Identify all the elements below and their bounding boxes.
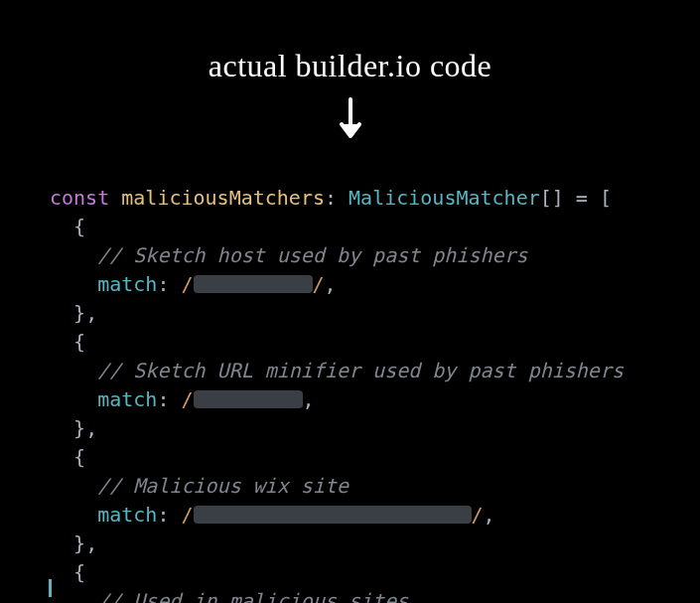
code-line: // Used in malicious sites <box>50 587 624 603</box>
code-line: }, <box>50 299 624 328</box>
code-line: }, <box>50 529 624 558</box>
comment: // Sketch URL minifier used by past phis… <box>97 359 624 382</box>
code-block: const maliciousMatchers: MaliciousMatche… <box>50 184 624 603</box>
close-brace: }, <box>73 301 97 325</box>
redacted-content <box>194 390 303 408</box>
annotation-area: actual builder.io code <box>0 48 700 140</box>
open-array: [ <box>600 186 612 210</box>
open-brace: { <box>73 215 85 238</box>
regex-slash: / <box>472 503 484 527</box>
redacted-content <box>194 506 472 524</box>
type-brackets: [] <box>540 186 564 210</box>
code-line: { <box>50 558 624 587</box>
regex-slash: / <box>181 503 193 527</box>
down-arrow-icon <box>0 96 700 140</box>
text-cursor <box>49 579 52 597</box>
prop-match: match <box>97 503 157 527</box>
code-line: // Sketch host used by past phishers <box>50 241 624 270</box>
prop-match: match <box>97 387 157 411</box>
code-line: { <box>50 213 624 241</box>
comment: // Used in malicious sites <box>97 589 408 603</box>
regex-slash: / <box>313 272 325 296</box>
regex-slash: / <box>181 272 193 296</box>
code-line-decl: const maliciousMatchers: MaliciousMatche… <box>50 184 624 213</box>
regex-slash: / <box>181 387 193 411</box>
code-line: }, <box>50 414 624 443</box>
equals: = <box>576 186 588 210</box>
colon: : <box>325 186 337 210</box>
code-line: { <box>50 328 624 357</box>
variable-name: maliciousMatchers <box>121 186 325 210</box>
close-brace: }, <box>73 531 97 555</box>
keyword-const: const <box>50 186 109 210</box>
code-line: match: //, <box>50 270 624 299</box>
close-brace: }, <box>73 416 97 440</box>
prop-match: match <box>97 272 157 296</box>
code-line: // Malicious wix site <box>50 472 624 501</box>
comment: // Malicious wix site <box>97 474 349 498</box>
comment: // Sketch host used by past phishers <box>97 243 527 267</box>
code-line: match: //, <box>50 501 624 529</box>
open-brace: { <box>73 330 85 354</box>
code-line: match: /, <box>50 385 624 414</box>
open-brace: { <box>73 560 85 584</box>
code-line: { <box>50 443 624 472</box>
type-name: MaliciousMatcher <box>349 186 540 210</box>
code-line: // Sketch URL minifier used by past phis… <box>50 357 624 385</box>
open-brace: { <box>73 445 85 469</box>
annotation-text: actual builder.io code <box>0 48 700 84</box>
redacted-content <box>194 275 313 293</box>
